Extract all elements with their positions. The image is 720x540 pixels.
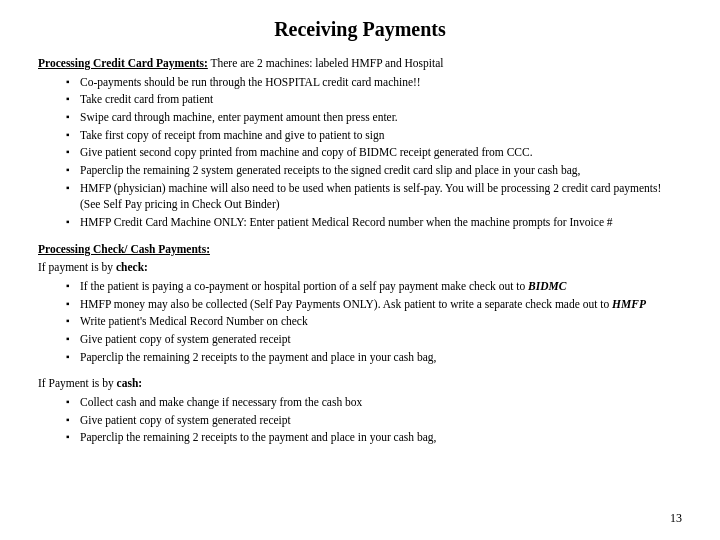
check-bullet-1-text: HMFP money may also be collected (Self P… — [80, 298, 612, 310]
section2-intro-prefix: If payment is by — [38, 261, 116, 273]
section-cash: If Payment is by cash: Collect cash and … — [38, 375, 682, 446]
section1-heading: Processing Credit Card Payments: — [38, 57, 208, 69]
list-item: Paperclip the remaining 2 receipts to th… — [66, 429, 682, 446]
section1-intro: Processing Credit Card Payments: There a… — [38, 55, 682, 72]
check-bullet-0-text: If the patient is paying a co-payment or… — [80, 280, 528, 292]
list-item: Give patient copy of system generated re… — [66, 412, 682, 429]
page: Receiving Payments Processing Credit Car… — [0, 0, 720, 540]
check-bullet-1-bold: HMFP — [612, 298, 646, 310]
list-item: HMFP (physician) machine will also need … — [66, 180, 682, 213]
section2-heading: Processing Check/ Cash Payments: — [38, 243, 210, 255]
list-item: Write patient's Medical Record Number on… — [66, 313, 682, 330]
section3-intro: If Payment is by cash: — [38, 375, 682, 392]
section2-check-bold: check: — [116, 261, 148, 273]
list-item: Give patient second copy printed from ma… — [66, 144, 682, 161]
list-item: Paperclip the remaining 2 system generat… — [66, 162, 682, 179]
list-item: If the patient is paying a co-payment or… — [66, 278, 682, 295]
page-number: 13 — [670, 511, 682, 526]
list-item: Paperclip the remaining 2 receipts to th… — [66, 349, 682, 366]
list-item: Collect cash and make change if necessar… — [66, 394, 682, 411]
section1-bullets: Co-payments should be run through the HO… — [66, 74, 682, 231]
section-check-cash: Processing Check/ Cash Payments: If paym… — [38, 241, 682, 366]
list-item: Give patient copy of system generated re… — [66, 331, 682, 348]
section3-prefix: If Payment is by — [38, 377, 117, 389]
list-item: Take first copy of receipt from machine … — [66, 127, 682, 144]
section3-cash-bullets: Collect cash and make change if necessar… — [66, 394, 682, 446]
list-item: HMFP money may also be collected (Self P… — [66, 296, 682, 313]
list-item: Co-payments should be run through the HO… — [66, 74, 682, 91]
section2-check-intro: If payment is by check: — [38, 259, 682, 276]
section3-cash-bold: cash: — [117, 377, 143, 389]
section2-check-bullets: If the patient is paying a co-payment or… — [66, 278, 682, 365]
page-title: Receiving Payments — [38, 18, 682, 41]
section-credit-card: Processing Credit Card Payments: There a… — [38, 55, 682, 231]
list-item: Take credit card from patient — [66, 91, 682, 108]
section1-intro-text: There are 2 machines: labeled HMFP and H… — [208, 57, 444, 69]
section2-heading-line: Processing Check/ Cash Payments: — [38, 241, 682, 258]
check-bullet-0-bold: BIDMC — [528, 280, 566, 292]
list-item: HMFP Credit Card Machine ONLY: Enter pat… — [66, 214, 682, 231]
list-item: Swipe card through machine, enter paymen… — [66, 109, 682, 126]
